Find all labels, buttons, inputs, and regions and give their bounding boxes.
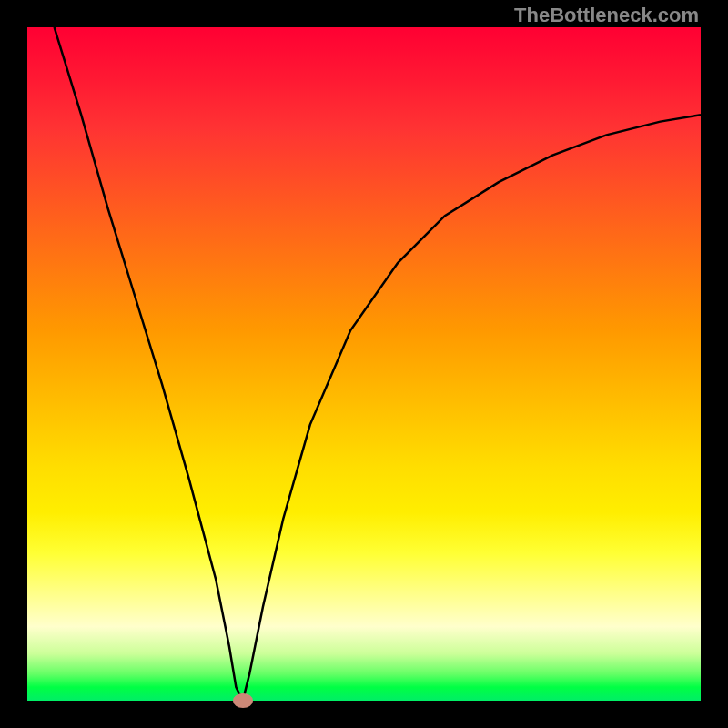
bottleneck-curve	[27, 27, 701, 701]
watermark-text: TheBottleneck.com	[514, 4, 699, 27]
optimal-point-marker	[233, 693, 253, 708]
chart-plot-area	[27, 27, 701, 701]
